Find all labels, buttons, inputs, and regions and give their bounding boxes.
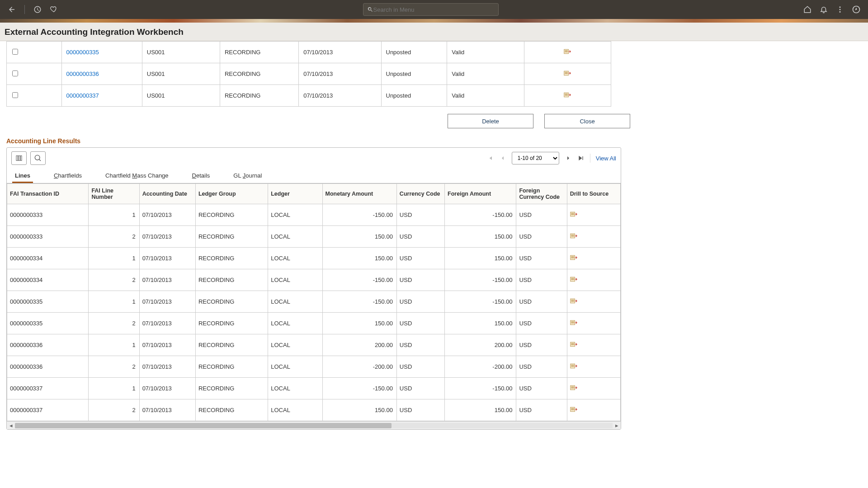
find-button[interactable] bbox=[30, 151, 46, 165]
svg-rect-20 bbox=[571, 235, 574, 235]
col-curr[interactable]: Currency Code bbox=[396, 184, 444, 204]
cell-line-no: 2 bbox=[89, 313, 139, 334]
recent-button[interactable] bbox=[31, 3, 44, 16]
transaction-link[interactable]: 0000000336 bbox=[66, 70, 99, 77]
tab-text: Chartfield bbox=[105, 172, 132, 179]
drill-icon bbox=[570, 298, 577, 304]
drill-button[interactable] bbox=[570, 320, 577, 327]
svg-rect-15 bbox=[20, 156, 22, 161]
drill-button[interactable] bbox=[564, 93, 571, 99]
col-monetary[interactable]: Monetary Amount bbox=[322, 184, 396, 204]
col-drill[interactable]: Drill to Source bbox=[567, 184, 620, 204]
scroll-left-icon[interactable]: ◂ bbox=[7, 422, 15, 429]
row-checkbox[interactable] bbox=[12, 70, 18, 76]
col-acct-date[interactable]: Accounting Date bbox=[139, 184, 195, 204]
row-bu: US001 bbox=[142, 42, 220, 63]
cell-foreign-curr: USD bbox=[516, 269, 567, 291]
svg-rect-18 bbox=[571, 214, 574, 215]
drill-icon bbox=[564, 92, 571, 98]
col-ledger-group[interactable]: Ledger Group bbox=[195, 184, 268, 204]
line-row: 0000000335207/10/2013RECORDINGLOCAL150.0… bbox=[7, 313, 621, 334]
last-page-icon[interactable] bbox=[577, 155, 585, 162]
cell-ledger: LOCAL bbox=[268, 226, 322, 248]
tab-chartfields[interactable]: Chartfields bbox=[51, 169, 85, 183]
drill-button[interactable] bbox=[570, 255, 577, 262]
cell-foreign-curr: USD bbox=[516, 334, 567, 356]
cell-line-no: 1 bbox=[89, 248, 139, 269]
personalize-button[interactable] bbox=[11, 151, 27, 165]
row-drill-cell bbox=[524, 63, 611, 85]
col-foreign-curr[interactable]: Foreign Currency Code bbox=[516, 184, 567, 204]
drill-button[interactable] bbox=[570, 234, 577, 240]
tab-text: hartfields bbox=[58, 172, 82, 179]
notifications-button[interactable] bbox=[817, 3, 830, 16]
row-checkbox[interactable] bbox=[12, 49, 18, 55]
drill-button[interactable] bbox=[570, 364, 577, 371]
svg-rect-26 bbox=[571, 278, 574, 279]
drill-button[interactable] bbox=[570, 299, 577, 305]
svg-rect-35 bbox=[571, 343, 574, 344]
drill-button[interactable] bbox=[570, 212, 577, 219]
header-row: 0000000335US001RECORDING07/10/2013Unpost… bbox=[7, 42, 611, 63]
cell-foreign-amt: 150.00 bbox=[445, 399, 516, 421]
back-button[interactable] bbox=[5, 3, 18, 16]
tab-text: etails bbox=[196, 172, 210, 179]
scroll-track[interactable] bbox=[15, 423, 613, 428]
favorite-button[interactable] bbox=[47, 3, 60, 16]
cell-acct-date: 07/10/2013 bbox=[139, 269, 195, 291]
tab-gl-journal[interactable]: GL Journal bbox=[231, 169, 264, 183]
horizontal-scrollbar[interactable]: ◂ ▸ bbox=[7, 421, 621, 429]
col-foreign-amt[interactable]: Foreign Amount bbox=[445, 184, 516, 204]
cell-drill bbox=[567, 248, 620, 269]
cell-acct-date: 07/10/2013 bbox=[139, 204, 195, 226]
scroll-right-icon[interactable]: ▸ bbox=[613, 422, 621, 429]
svg-rect-6 bbox=[565, 52, 568, 52]
tab-chartfield-mass-change[interactable]: Chartfield Mass Change bbox=[103, 169, 171, 183]
global-search[interactable] bbox=[363, 3, 499, 16]
cell-foreign-curr: USD bbox=[516, 378, 567, 399]
row-id-cell: 0000000336 bbox=[61, 63, 142, 85]
delete-button[interactable]: Delete bbox=[448, 114, 533, 128]
transaction-link[interactable]: 0000000337 bbox=[66, 92, 99, 99]
transaction-link[interactable]: 0000000335 bbox=[66, 49, 99, 56]
view-all-link[interactable]: View All bbox=[596, 155, 616, 162]
drill-button[interactable] bbox=[570, 277, 577, 284]
row-valid: Valid bbox=[447, 42, 524, 63]
range-select[interactable]: 1-10 of 20 bbox=[512, 152, 559, 164]
home-button[interactable] bbox=[801, 3, 814, 16]
col-ledger[interactable]: Ledger bbox=[268, 184, 322, 204]
cell-foreign-amt: 200.00 bbox=[445, 334, 516, 356]
cell-line-no: 2 bbox=[89, 399, 139, 421]
drill-icon bbox=[570, 363, 577, 369]
col-line-no[interactable]: FAI Line Number bbox=[89, 184, 139, 204]
cell-line-no: 1 bbox=[89, 334, 139, 356]
line-row: 0000000333107/10/2013RECORDINGLOCAL-150.… bbox=[7, 204, 621, 226]
cell-line-no: 1 bbox=[89, 378, 139, 399]
home-icon bbox=[803, 5, 811, 14]
actions-button[interactable] bbox=[834, 3, 846, 16]
tab-details[interactable]: Details bbox=[189, 169, 213, 183]
next-page-icon[interactable] bbox=[565, 155, 572, 162]
row-checkbox[interactable] bbox=[12, 92, 18, 98]
drill-button[interactable] bbox=[570, 407, 577, 414]
drill-button[interactable] bbox=[570, 342, 577, 349]
search-input[interactable] bbox=[373, 6, 495, 13]
drill-button[interactable] bbox=[570, 385, 577, 392]
scroll-thumb[interactable] bbox=[15, 423, 392, 428]
cell-monetary: 200.00 bbox=[322, 334, 396, 356]
navbar-compass-button[interactable] bbox=[850, 3, 863, 16]
cell-ledger-group: RECORDING bbox=[195, 291, 268, 313]
tab-lines[interactable]: Lines bbox=[12, 169, 33, 183]
cell-ledger-group: RECORDING bbox=[195, 334, 268, 356]
col-fai-id[interactable]: FAI Transaction ID bbox=[7, 184, 89, 204]
drill-button[interactable] bbox=[564, 49, 571, 56]
cell-curr: USD bbox=[396, 334, 444, 356]
drill-icon bbox=[570, 276, 577, 282]
drill-button[interactable] bbox=[564, 71, 571, 78]
compass-icon bbox=[852, 5, 861, 14]
cell-foreign-curr: USD bbox=[516, 313, 567, 334]
svg-rect-5 bbox=[565, 51, 568, 51]
drill-icon bbox=[570, 385, 577, 391]
row-valid: Valid bbox=[447, 85, 524, 107]
close-button[interactable]: Close bbox=[544, 114, 630, 128]
